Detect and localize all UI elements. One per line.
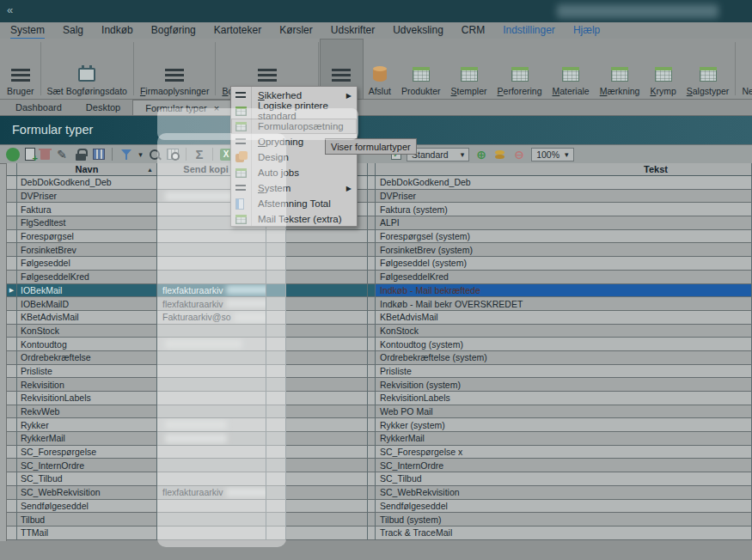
- cell-col-b[interactable]: [286, 500, 368, 514]
- cell-col-c[interactable]: [368, 297, 376, 311]
- cell-tekst[interactable]: FølgeseddelKred: [376, 271, 752, 284]
- cell-tekst[interactable]: Track & TraceMail: [376, 527, 752, 540]
- row-selector-cell[interactable]: [7, 297, 17, 311]
- cell-col-b[interactable]: [286, 284, 368, 298]
- cell-col-c[interactable]: [368, 338, 376, 351]
- table-row-rekvisition[interactable]: RekvisitionRekvisition (system): [7, 378, 752, 392]
- cell-tekst[interactable]: SC_InternOrdre: [376, 459, 752, 472]
- cell-navn[interactable]: IOBekMailD: [17, 297, 157, 311]
- cell-navn[interactable]: RekvWeb: [17, 405, 157, 419]
- cell-tekst[interactable]: Web PO Mail: [376, 405, 752, 419]
- cell-col-c[interactable]: [368, 190, 376, 204]
- cell-navn[interactable]: KonStock: [17, 325, 157, 338]
- ribbon-button-materiale[interactable]: Materiale: [547, 39, 595, 99]
- cell-col-c[interactable]: [368, 351, 376, 365]
- cell-send-kopi[interactable]: [157, 472, 266, 486]
- cell-navn[interactable]: DebDokGodkend_Deb: [17, 176, 157, 190]
- cell-tekst[interactable]: SC_Forespørgelse x: [376, 446, 752, 460]
- cell-col-b[interactable]: [286, 325, 368, 338]
- cell-col-c[interactable]: [368, 486, 376, 500]
- cell-col-c[interactable]: [368, 459, 376, 472]
- cell-send-kopi[interactable]: [157, 459, 266, 472]
- table-row-ordrebekr-ftelse[interactable]: OrdrebekræftelseOrdrebekræftelse (system…: [7, 351, 752, 365]
- cell-col-b[interactable]: [286, 472, 368, 486]
- cell-send-kopi[interactable]: [157, 446, 266, 460]
- ribbon-button-stempler[interactable]: Stempler: [446, 39, 492, 99]
- row-selector-cell[interactable]: [7, 257, 17, 271]
- menubar-item-system[interactable]: System: [10, 23, 45, 38]
- cell-tekst[interactable]: KBetAdvisMail: [376, 311, 752, 325]
- cell-col-a[interactable]: [266, 527, 286, 540]
- cell-tekst[interactable]: DVPriser: [376, 190, 752, 204]
- sum-icon[interactable]: Σ: [193, 148, 205, 161]
- table-row-kontoudtog[interactable]: KontoudtogKontoudtog (system): [7, 338, 752, 351]
- cell-col-c[interactable]: [368, 325, 376, 338]
- row-selector-cell[interactable]: [7, 486, 17, 500]
- row-selector-cell[interactable]: ▶: [7, 284, 17, 298]
- cell-col-b[interactable]: [286, 338, 368, 351]
- cell-col-b[interactable]: [286, 297, 368, 311]
- filter-dropdown-icon[interactable]: ▾: [137, 148, 144, 161]
- close-icon[interactable]: ×: [214, 103, 219, 113]
- cell-navn[interactable]: KBetAdvisMail: [17, 311, 157, 325]
- menu-item-formularops-tning[interactable]: Formularopsætning: [231, 119, 357, 134]
- cell-col-a[interactable]: [266, 230, 286, 244]
- cell-tekst[interactable]: Rekvisition (system): [376, 378, 752, 392]
- menubar-item-crm[interactable]: CRM: [462, 23, 485, 38]
- cell-col-c[interactable]: [368, 392, 376, 405]
- cell-col-a[interactable]: [266, 325, 286, 338]
- table-row-forsinketbrev[interactable]: ForsinketBrevForsinketBrev (system): [7, 243, 752, 257]
- table-row-sc-foresp-rgelse[interactable]: SC_ForespørgelseSC_Forespørgelse x: [7, 446, 752, 460]
- row-selector-cell[interactable]: [7, 203, 17, 216]
- cell-col-a[interactable]: [266, 311, 286, 325]
- cell-col-c[interactable]: [368, 472, 376, 486]
- columns-icon[interactable]: [93, 149, 105, 160]
- cell-navn[interactable]: Rekvisition: [17, 378, 157, 392]
- remove-view-icon[interactable]: ⊖: [512, 148, 526, 161]
- table-row-prisliste[interactable]: PrislistePrisliste: [7, 365, 752, 379]
- cell-send-kopi[interactable]: [157, 230, 266, 244]
- cell-navn[interactable]: DVPriser: [17, 190, 157, 204]
- cell-send-kopi[interactable]: flexfakturaarkiv: [157, 284, 266, 298]
- row-selector-cell[interactable]: [7, 527, 17, 540]
- cell-col-a[interactable]: [266, 472, 286, 486]
- zoom-select[interactable]: 100% ▾: [531, 148, 573, 161]
- cell-col-a[interactable]: [266, 271, 286, 284]
- cell-send-kopi[interactable]: [157, 500, 266, 514]
- cell-col-a[interactable]: [266, 338, 286, 351]
- cell-col-c[interactable]: [368, 500, 376, 514]
- cell-col-b[interactable]: [286, 459, 368, 472]
- add-view-icon[interactable]: ⊕: [474, 148, 488, 161]
- cell-tekst[interactable]: ALPI: [376, 216, 752, 230]
- table-row-rekvweb[interactable]: RekvWebWeb PO Mail: [7, 405, 752, 419]
- row-selector-cell[interactable]: [7, 500, 17, 514]
- cell-tekst[interactable]: SC_WebRekvisition: [376, 486, 752, 500]
- table-row-iobekmail[interactable]: ▶IOBekMailflexfakturaarkivIndkøb - Mail …: [7, 284, 752, 298]
- cell-navn[interactable]: Sendfølgeseddel: [17, 500, 157, 514]
- cell-navn[interactable]: Ordrebekræftelse: [17, 351, 157, 365]
- cell-navn[interactable]: SC_Tilbud: [17, 472, 157, 486]
- cell-col-a[interactable]: [266, 513, 286, 527]
- menubar-item-udveksling[interactable]: Udveksling: [393, 23, 443, 38]
- cell-send-kopi[interactable]: [157, 257, 266, 271]
- cell-col-a[interactable]: [266, 500, 286, 514]
- menubar-item-indk-b[interactable]: Indkøb: [101, 23, 133, 38]
- ribbon-button-bruger[interactable]: Bruger: [2, 39, 40, 99]
- cell-tekst[interactable]: RekvisitionLabels: [376, 392, 752, 405]
- cell-navn[interactable]: Rykker: [17, 418, 157, 432]
- ribbon-button-krymp[interactable]: Krymp: [645, 39, 681, 99]
- cell-col-a[interactable]: [266, 351, 286, 365]
- cell-col-c[interactable]: [368, 446, 376, 460]
- advanced-search-icon[interactable]: [167, 149, 179, 160]
- row-selector-cell[interactable]: [7, 432, 17, 446]
- table-row-f-lgeseddel[interactable]: FølgeseddelFølgeseddel (system): [7, 257, 752, 271]
- cell-send-kopi[interactable]: [157, 378, 266, 392]
- cell-col-b[interactable]: [286, 392, 368, 405]
- cell-col-a[interactable]: [266, 459, 286, 472]
- cell-col-b[interactable]: [286, 378, 368, 392]
- cell-navn[interactable]: SC_InternOrdre: [17, 459, 157, 472]
- cell-col-a[interactable]: [266, 392, 286, 405]
- menubar-item-bogf-ring[interactable]: Bogføring: [151, 23, 196, 38]
- cell-col-c[interactable]: [368, 216, 376, 230]
- cell-send-kopi[interactable]: [157, 405, 266, 419]
